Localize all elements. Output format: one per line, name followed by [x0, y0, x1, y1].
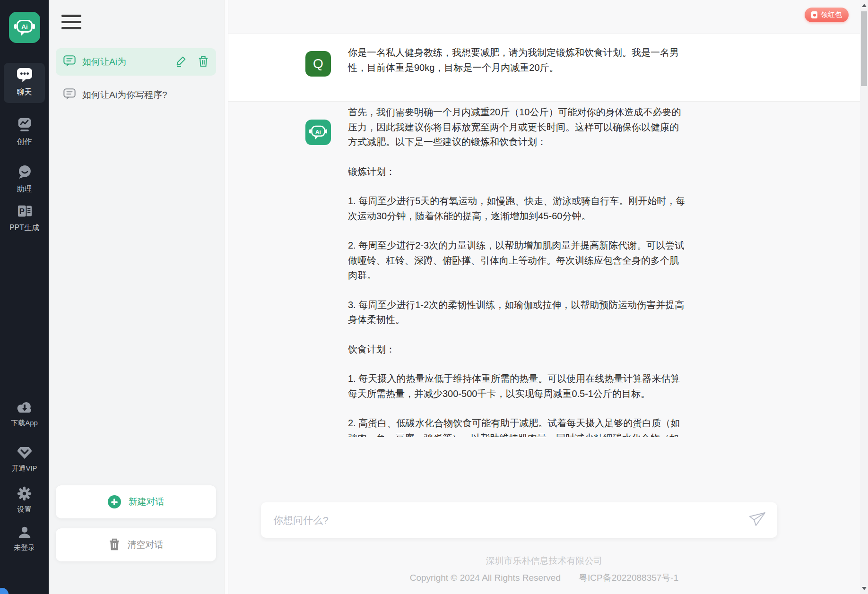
download-cloud-icon [16, 401, 33, 416]
vip-gem-icon [17, 446, 32, 462]
red-packet-button[interactable]: 领红包 [805, 8, 849, 22]
conversation-title: 如何让Ai为 [82, 56, 126, 68]
conversation-title: 如何让Ai为你写程序? [82, 89, 167, 101]
chat-bubble-icon [17, 68, 33, 85]
sidebar-item-label: 开通VIP [11, 464, 37, 473]
scrollbar-thumb[interactable] [861, 11, 867, 86]
svg-text:P: P [19, 207, 24, 216]
clear-conversation-button[interactable]: 清空对话 [56, 528, 216, 561]
send-button[interactable] [748, 511, 767, 529]
plus-circle-icon [108, 495, 121, 508]
app-logo[interactable]: Ai [9, 12, 40, 43]
paper-plane-icon [748, 511, 767, 529]
create-writing-icon [17, 117, 32, 134]
trash-icon [109, 538, 120, 552]
red-packet-label: 领红包 [821, 10, 842, 19]
vertical-scrollbar[interactable] [860, 0, 868, 594]
panel-divider [224, 0, 228, 594]
user-icon [17, 526, 32, 541]
copyright-text: Copyright © 2024 All Rights Reserved [410, 573, 561, 583]
delete-conversation-button[interactable] [198, 55, 208, 69]
scroll-up-arrow-icon[interactable] [862, 4, 867, 7]
sidebar-item-label: PPT生成 [9, 223, 39, 233]
sidebar-item-label: 下载App [11, 419, 38, 428]
new-conversation-button[interactable]: 新建对话 [56, 485, 216, 518]
answer-text: 首先，我们需要明确一个月内减重20斤（10公斤）可能对你的身体造成不必要的压力，… [348, 105, 686, 437]
sidebar-item-label: 创作 [17, 137, 32, 147]
chat-input[interactable] [261, 502, 748, 538]
assistant-smiley-icon [17, 165, 32, 181]
sidebar-item-assistant[interactable]: 助理 [4, 160, 45, 194]
answer-paragraph: 2. 高蛋白、低碳水化合物饮食可能有助于减肥。试着每天摄入足够的蛋白质（如鸡肉、… [348, 416, 686, 437]
sidebar-item-ppt[interactable]: P PPT生成 [4, 199, 45, 233]
sidebar-item-label: 聊天 [17, 87, 32, 97]
clear-conversation-label: 清空对话 [128, 539, 164, 551]
answer-paragraph: 3. 每周至少进行1-2次的柔韧性训练，如瑜伽或拉伸，以帮助预防运动伤害并提高身… [348, 298, 686, 327]
svg-text:Ai: Ai [315, 129, 321, 135]
ai-robot-icon: Ai [14, 16, 35, 39]
ai-robot-icon: Ai [309, 122, 328, 142]
chat-message-area[interactable]: Q 你是一名私人健身教练，我想要减肥，请为我制定锻炼和饮食计划。我是一名男性，目… [228, 0, 860, 437]
sidebar-item-settings[interactable]: 设置 [0, 486, 49, 514]
answer-paragraph: 饮食计划： [348, 342, 686, 357]
trash-icon [198, 55, 208, 69]
settings-gear-icon [17, 486, 32, 503]
conversation-list-panel: 如何让Ai为 [49, 0, 225, 594]
sidebar-item-label: 设置 [17, 505, 32, 514]
sidebar-item-label: 未登录 [14, 543, 35, 552]
question-avatar: Q [305, 51, 331, 77]
new-conversation-label: 新建对话 [129, 496, 165, 508]
answer-paragraph: 首先，我们需要明确一个月内减重20斤（10公斤）可能对你的身体造成不必要的压力，… [348, 105, 686, 150]
sidebar-item-chat[interactable]: 聊天 [4, 63, 45, 103]
app-sidebar: Ai 聊天 创作 [0, 0, 49, 594]
red-envelope-icon [811, 11, 817, 18]
ppt-document-icon: P [17, 204, 33, 220]
question-avatar-letter: Q [313, 56, 323, 71]
rename-conversation-button[interactable] [175, 55, 187, 69]
icp-number: 粤ICP备2022088357号-1 [579, 573, 678, 583]
composer [261, 502, 777, 538]
sidebar-item-create[interactable]: 创作 [4, 112, 45, 147]
sidebar-item-vip[interactable]: 开通VIP [0, 446, 49, 473]
conversation-item-active[interactable]: 如何让Ai为 [56, 48, 216, 76]
conversation-bubble-icon [63, 55, 76, 69]
scroll-down-arrow-icon[interactable] [862, 587, 867, 590]
edit-pencil-icon [175, 55, 187, 69]
answer-paragraph: 1. 每周至少进行5天的有氧运动，如慢跑、快走、游泳或骑自行车。刚开始时，每次运… [348, 194, 686, 224]
sidebar-item-login[interactable]: 未登录 [0, 526, 49, 552]
conversation-item[interactable]: 如何让Ai为你写程序? [56, 83, 216, 107]
answer-avatar: Ai [305, 120, 331, 145]
conversation-bubble-icon [63, 88, 76, 102]
company-name: 深圳市乐朴信息技术有限公司 [228, 555, 860, 567]
question-row: Q 你是一名私人健身教练，我想要减肥，请为我制定锻炼和饮食计划。我是一名男性，目… [228, 34, 860, 102]
sidebar-item-label: 助理 [17, 184, 32, 194]
page-footer: 深圳市乐朴信息技术有限公司 Copyright © 2024 All Right… [228, 555, 860, 584]
answer-paragraph: 2. 每周至少进行2-3次的力量训练，以帮助增加肌肉量并提高新陈代谢。可以尝试做… [348, 238, 686, 283]
collapse-menu-button[interactable] [61, 15, 81, 33]
answer-paragraph: 锻炼计划： [348, 164, 686, 180]
answer-paragraph: 1. 每天摄入的热量应低于维持体重所需的热量。可以使用在线热量计算器来估算每天所… [348, 371, 686, 401]
sidebar-item-download-app[interactable]: 下载App [0, 401, 49, 428]
svg-text:Ai: Ai [21, 23, 28, 30]
question-text: 你是一名私人健身教练，我想要减肥，请为我制定锻炼和饮食计划。我是一名男性，目前体… [348, 45, 686, 75]
